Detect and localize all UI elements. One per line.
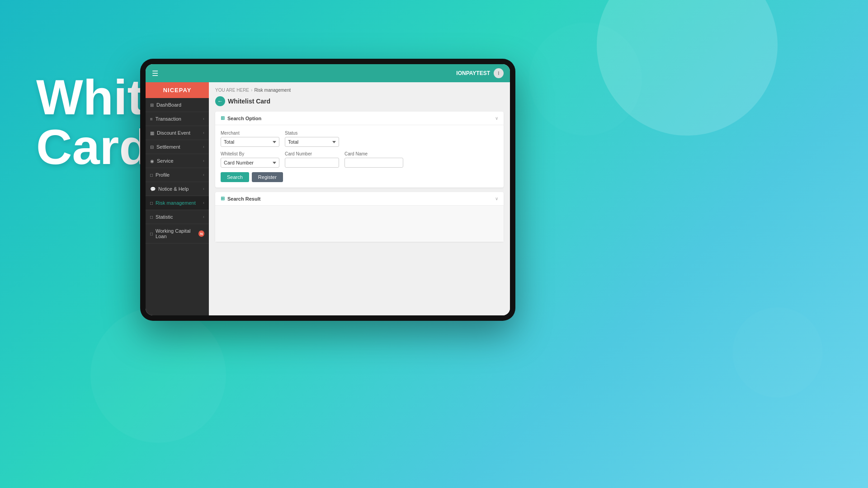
settlement-icon: ⊟ (150, 145, 154, 150)
search-button[interactable]: Search (221, 172, 249, 182)
breadcrumb-separator: › (251, 88, 252, 93)
breadcrumb-home: YOU ARE HERE (215, 88, 249, 93)
button-row: Search Register (221, 172, 498, 182)
avatar-initial: I (498, 71, 500, 76)
form-row-1: Merchant Total Status Total (221, 131, 498, 147)
sidebar-label-settlement: Settlement (156, 144, 180, 150)
back-button[interactable]: ← (215, 96, 225, 106)
page-title: Whitelist Card (228, 98, 270, 105)
sidebar-item-service[interactable]: ◉ Service ‹ (146, 154, 209, 168)
chevron-icon: ‹ (203, 215, 204, 219)
main-content: YOU ARE HERE › Risk management ← Whiteli… (209, 82, 510, 315)
sidebar-label-discount-event: Discount Event (157, 130, 190, 136)
search-result-body (215, 206, 504, 242)
search-option-body: Merchant Total Status Total (215, 125, 504, 188)
topbar: ☰ IONPAYTEST I (146, 64, 510, 82)
dashboard-icon: ⊞ (150, 103, 154, 108)
search-result-title: Search Result (227, 196, 260, 202)
chevron-icon: ‹ (203, 173, 204, 177)
sidebar-label-dashboard: DashBoard (156, 102, 181, 108)
topbar-left: ☰ (152, 69, 158, 78)
sidebar-label-profile: Profile (156, 172, 170, 178)
chevron-icon: ‹ (203, 145, 204, 149)
breadcrumb: YOU ARE HERE › Risk management (215, 88, 504, 93)
form-row-2: Whitelist By Card Number Card Number Ca (221, 151, 498, 168)
chevron-icon: ‹ (203, 201, 204, 205)
sidebar-label-working-capital: Working Capital Loan (156, 228, 198, 239)
risk-management-icon: □ (150, 201, 153, 206)
search-option-title: Search Option (227, 116, 261, 121)
search-option-card-header: ⊞ Search Option ∨ (215, 112, 504, 125)
bg-decoration-2 (90, 307, 226, 443)
profile-icon: □ (150, 173, 153, 178)
merchant-label: Merchant (221, 131, 279, 136)
sidebar-label-transaction: Transaction (156, 116, 181, 122)
tablet-screen: ☰ IONPAYTEST I NICEPAY ⊞ DashBoard (146, 64, 510, 315)
sidebar-logo: NICEPAY (146, 82, 209, 98)
topbar-right: IONPAYTEST I (456, 68, 504, 78)
avatar: I (494, 68, 504, 78)
bg-decoration-3 (529, 23, 642, 136)
page-header: ← Whitelist Card (215, 96, 504, 106)
sidebar-label-risk-management: Risk management (156, 200, 196, 206)
tablet-device: ☰ IONPAYTEST I NICEPAY ⊞ DashBoard (140, 59, 515, 321)
search-result-icon: ⊞ (221, 196, 225, 202)
merchant-select[interactable]: Total (221, 137, 279, 147)
sidebar-label-notice-help: Notice & Help (158, 186, 189, 192)
status-label: Status (285, 131, 339, 136)
working-capital-badge: N (198, 230, 204, 237)
register-button[interactable]: Register (252, 172, 283, 182)
sidebar-item-profile[interactable]: □ Profile ‹ (146, 168, 209, 182)
card-name-label: Card Name (344, 151, 403, 156)
card-number-input[interactable] (285, 158, 339, 168)
whitelist-by-select[interactable]: Card Number (221, 158, 279, 168)
search-option-icon: ⊞ (221, 115, 225, 121)
sidebar-item-settlement[interactable]: ⊟ Settlement ‹ (146, 140, 209, 154)
breadcrumb-current: Risk management (254, 88, 291, 93)
search-result-card-header: ⊞ Search Result ∨ (215, 192, 504, 206)
sidebar-item-transaction[interactable]: ≡ Transaction ‹ (146, 112, 209, 126)
sidebar-item-risk-management[interactable]: □ Risk management ‹ (146, 196, 209, 210)
topbar-username: IONPAYTEST (456, 70, 490, 76)
notice-help-icon: 💬 (150, 187, 156, 192)
whitelist-by-group: Whitelist By Card Number (221, 151, 279, 168)
app-body: NICEPAY ⊞ DashBoard ≡ Transaction ‹ (146, 82, 510, 315)
sidebar-label-service: Service (157, 158, 174, 164)
sidebar: NICEPAY ⊞ DashBoard ≡ Transaction ‹ (146, 82, 209, 315)
sidebar-item-working-capital[interactable]: □ Working Capital Loan N (146, 224, 209, 244)
hamburger-icon[interactable]: ☰ (152, 69, 158, 78)
chevron-icon: ‹ (203, 117, 204, 121)
whitelist-by-label: Whitelist By (221, 151, 279, 156)
discount-event-icon: ▦ (150, 131, 154, 136)
sidebar-label-statistic: Statistic (156, 214, 173, 220)
search-result-collapse-icon[interactable]: ∨ (495, 196, 498, 201)
search-option-card: ⊞ Search Option ∨ Merchant Total (215, 112, 504, 188)
status-select[interactable]: Total (285, 137, 339, 147)
card-number-group: Card Number (285, 151, 339, 168)
statistic-icon: □ (150, 215, 153, 220)
chevron-icon: ‹ (203, 131, 204, 135)
card-number-label: Card Number (285, 151, 339, 156)
bg-decoration-4 (732, 307, 823, 398)
transaction-icon: ≡ (150, 117, 153, 122)
card-name-input[interactable] (344, 158, 403, 168)
merchant-group: Merchant Total (221, 131, 279, 147)
search-result-card: ⊞ Search Result ∨ (215, 192, 504, 242)
search-option-collapse-icon[interactable]: ∨ (495, 116, 498, 121)
chevron-icon: ‹ (203, 159, 204, 163)
working-capital-icon: □ (150, 231, 153, 236)
sidebar-item-dashboard[interactable]: ⊞ DashBoard (146, 98, 209, 112)
sidebar-item-notice-help[interactable]: 💬 Notice & Help ‹ (146, 182, 209, 196)
status-group: Status Total (285, 131, 339, 147)
chevron-icon: ‹ (203, 187, 204, 191)
sidebar-item-statistic[interactable]: □ Statistic ‹ (146, 210, 209, 224)
sidebar-item-discount-event[interactable]: ▦ Discount Event ‹ (146, 126, 209, 140)
card-name-group: Card Name (344, 151, 403, 168)
service-icon: ◉ (150, 159, 154, 164)
